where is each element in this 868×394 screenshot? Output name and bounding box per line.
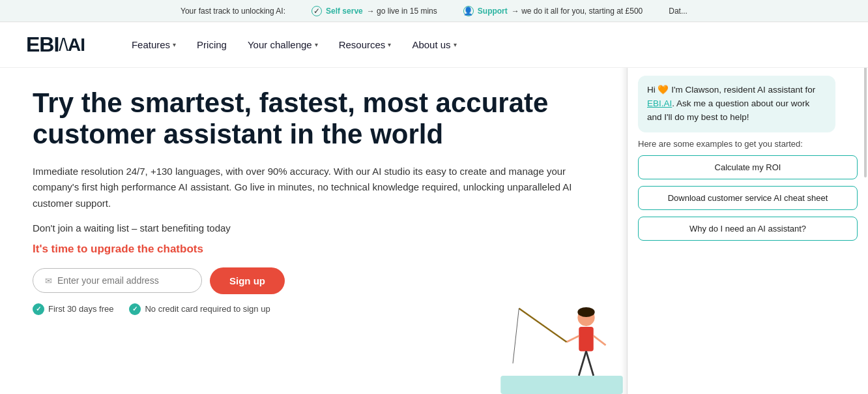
nav-item-resources[interactable]: Resources ▾ (331, 34, 399, 55)
logo[interactable]: EBI/\AI (26, 33, 85, 57)
badge-free-label: First 30 days free (48, 304, 113, 314)
nav-item-about[interactable]: About us ▾ (404, 34, 464, 55)
top-bar-dat: Dat... (669, 7, 687, 16)
nav-link-pricing[interactable]: Pricing (189, 34, 235, 55)
svg-rect-1 (579, 327, 594, 352)
chat-body: Clawson has joined the chat Hi 🧡 I'm Cla… (628, 68, 868, 394)
examples-label: Here are some examples to get you starte… (638, 139, 858, 149)
nav-link-about[interactable]: About us ▾ (404, 34, 464, 55)
selfserve-icon: ✓ (311, 6, 322, 16)
features-chevron: ▾ (173, 41, 176, 48)
email-input[interactable] (57, 275, 190, 286)
main-area: Try the smartest, fastest, most accurate… (0, 68, 868, 394)
hero-cta-line: Don't join a waiting list – start benefi… (33, 222, 593, 234)
logo-ebi: EBI (26, 33, 59, 57)
badge-free-trial: ✓ First 30 days free (33, 303, 113, 315)
suggestion-cheatsheet[interactable]: Download customer service AI cheat sheet (638, 186, 858, 210)
upgrade-text: It's time to upgrade the chatbots (33, 243, 593, 256)
svg-rect-8 (500, 376, 623, 394)
svg-line-5 (594, 336, 606, 345)
about-chevron: ▾ (454, 41, 457, 48)
signup-row: ✉ Sign up (33, 267, 593, 294)
logo-slash: /\ (59, 35, 68, 55)
nav-links: Features ▾ Pricing Your challenge ▾ Reso… (124, 34, 465, 55)
nav-item-features[interactable]: Features ▾ (124, 34, 184, 55)
chat-scrollbar[interactable] (864, 68, 867, 177)
hero-title: Try the smartest, fastest, most accurate… (33, 87, 593, 151)
nav-item-pricing[interactable]: Pricing (189, 34, 235, 55)
check-icon-1: ✓ (33, 303, 44, 315)
top-bar-selfserve[interactable]: ✓ Self serve → go live in 15 mins (311, 6, 437, 16)
top-bar-support[interactable]: 👤 Support → we do it all for you, starti… (463, 6, 643, 16)
svg-line-4 (567, 336, 579, 342)
top-bar-prefix: Your fast track to unlocking AI: (181, 7, 285, 16)
suggestion-why-ai[interactable]: Why do I need an AI assistant? (638, 217, 858, 241)
nav-item-challenge[interactable]: Your challenge ▾ (240, 34, 326, 55)
nav-link-challenge[interactable]: Your challenge ▾ (240, 34, 326, 55)
hero-description: Immediate resolution 24/7, +130 language… (33, 164, 593, 212)
bot-message-greeting: Hi 🧡 I'm Clawson, resident AI assistant … (638, 76, 858, 132)
resources-chevron: ▾ (388, 41, 391, 48)
signup-button[interactable]: Sign up (210, 267, 285, 294)
svg-point-9 (577, 307, 594, 317)
illustration (500, 296, 624, 394)
svg-line-6 (519, 309, 566, 342)
svg-line-3 (586, 351, 594, 376)
suggestion-roi[interactable]: Calculate my ROI (638, 155, 858, 179)
chat-widget: Clawson ✕ Clawson has joined the chat Hi… (627, 68, 868, 394)
nav-link-resources[interactable]: Resources ▾ (331, 34, 399, 55)
logo-ai: AI (68, 35, 85, 55)
nav-link-features[interactable]: Features ▾ (124, 34, 184, 55)
email-input-wrap[interactable]: ✉ (33, 268, 202, 293)
email-icon: ✉ (45, 276, 52, 286)
check-icon-2: ✓ (129, 303, 141, 315)
challenge-chevron: ▾ (315, 41, 318, 48)
support-icon: 👤 (463, 6, 474, 16)
navbar: EBI/\AI Features ▾ Pricing Your challeng… (0, 22, 868, 68)
chat-bubble-greeting: Hi 🧡 I'm Clawson, resident AI assistant … (638, 76, 835, 132)
svg-line-2 (579, 351, 586, 376)
badge-no-card: ✓ No credit card required to sign up (129, 303, 270, 315)
svg-line-7 (513, 309, 519, 363)
top-bar: Your fast track to unlocking AI: ✓ Self … (0, 0, 868, 22)
badge-card-label: No credit card required to sign up (145, 304, 270, 314)
ebi-link[interactable]: EBI.AI (647, 98, 672, 108)
